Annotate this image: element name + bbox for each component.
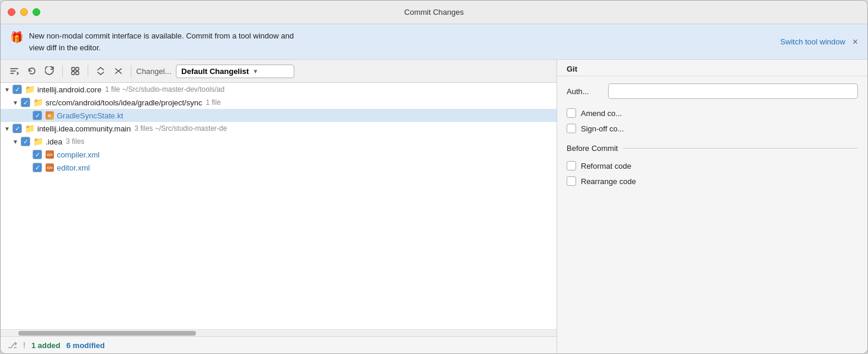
maximize-button[interactable] (33, 8, 40, 16)
window-controls (8, 8, 40, 16)
bottom-bar: ⎇ ! 1 added 6 modified (1, 336, 557, 353)
module-name: intellij.android.core (37, 85, 101, 94)
switch-tool-window-link[interactable]: Switch tool window (780, 37, 846, 46)
tree-row[interactable]: ▼ ✓ 📁 intellij.android.core 1 file ~/Src… (1, 83, 557, 96)
checkbox-editor-xml[interactable]: ✓ (33, 163, 42, 172)
tree-row[interactable]: ▼ ✓ 📁 .idea 3 files (1, 135, 557, 148)
tree-row[interactable]: ✓ </> compiler.xml (1, 148, 557, 161)
checkbox-compiler-xml[interactable]: ✓ (33, 150, 42, 159)
svg-rect-2 (72, 72, 75, 75)
gift-icon: 🎁 (10, 31, 23, 44)
before-commit-divider: Before Commit (567, 144, 858, 153)
folder-icon: 📁 (33, 137, 43, 146)
file-name: compiler.xml (57, 150, 99, 159)
git-body: Auth... Amend co... Sign-off co... Befor… (557, 76, 867, 193)
group-by-button[interactable] (67, 63, 83, 79)
path-name: src/com/android/tools/idea/gradle/projec… (46, 98, 202, 107)
chevron-down-icon: ▼ (12, 139, 21, 145)
checkbox-src-path[interactable]: ✓ (21, 98, 30, 107)
window-title: Commit Changes (404, 8, 464, 17)
banner: 🎁 New non-modal commit interface is avai… (1, 24, 867, 60)
git-branch-icon: ⎇ (8, 340, 17, 350)
svg-rect-3 (76, 72, 79, 75)
xml-file-icon: </> (45, 150, 54, 159)
changelist-name: Default Changelist (181, 67, 249, 76)
auth-label: Auth... (567, 87, 602, 96)
tree-row[interactable]: ▼ ✓ 📁 intellij.idea.community.main 3 fil… (1, 122, 557, 135)
divider-line (623, 148, 858, 149)
right-panel: Git Auth... Amend co... Sign-off co... (557, 60, 867, 353)
checkbox-idea-community[interactable]: ✓ (12, 124, 22, 133)
module-name: intellij.idea.community.main (37, 124, 131, 133)
move-to-changelist-button[interactable] (7, 63, 22, 79)
added-count: 1 added (31, 341, 60, 350)
rearrange-label: Rearrange code (581, 177, 636, 186)
folder-meta: 3 files (66, 137, 84, 146)
refresh-button[interactable] (42, 63, 57, 79)
chevron-down-icon: ▼ (4, 86, 12, 93)
signoff-checkbox[interactable] (567, 124, 576, 133)
commit-changes-window: Commit Changes 🎁 New non-modal commit in… (0, 0, 868, 354)
banner-left: 🎁 New non-modal commit interface is avai… (10, 30, 294, 53)
xml-file-icon: </> (45, 163, 54, 172)
banner-close-button[interactable]: × (853, 37, 858, 47)
auth-row: Auth... (567, 83, 858, 99)
titlebar: Commit Changes (1, 1, 867, 24)
banner-text: New non-modal commit interface is availa… (29, 30, 294, 53)
left-panel: Changel... Default Changelist ▼ ▼ ✓ 📁 in… (1, 60, 557, 353)
module-meta: 3 files ~/Src/studio-master-de (134, 124, 227, 133)
minimize-button[interactable] (20, 8, 28, 16)
modified-count: 6 modified (66, 341, 105, 350)
auth-input[interactable] (608, 83, 858, 99)
signoff-label: Sign-off co... (581, 124, 624, 133)
rearrange-checkbox[interactable] (567, 176, 576, 186)
chevron-down-icon: ▼ (4, 125, 12, 132)
before-commit-title: Before Commit (567, 144, 618, 153)
kotlin-file-icon: K (45, 111, 54, 120)
changelist-dropdown[interactable]: Default Changelist ▼ (176, 65, 294, 78)
amend-label: Amend co... (581, 109, 622, 118)
toolbar: Changel... Default Changelist ▼ (1, 60, 557, 83)
file-name: editor.xml (57, 163, 90, 172)
reformat-row: Reformat code (567, 161, 858, 170)
folder-name: .idea (46, 137, 62, 146)
horizontal-scrollbar[interactable] (1, 329, 557, 336)
scrollbar-thumb[interactable] (18, 331, 196, 336)
folder-icon: 📁 (25, 85, 35, 94)
reformat-checkbox[interactable] (567, 161, 576, 170)
svg-rect-1 (76, 67, 79, 70)
path-meta: 1 file (205, 98, 220, 107)
checkbox-android-core[interactable]: ✓ (12, 85, 22, 94)
expand-all-button[interactable] (93, 63, 108, 79)
module-meta: 1 file ~/Src/studio-master-dev/tools/ad (105, 85, 224, 94)
rollback-button[interactable] (24, 63, 40, 79)
checkbox-idea-folder[interactable]: ✓ (21, 137, 30, 146)
banner-right: Switch tool window × (780, 37, 858, 47)
dropdown-arrow-icon: ▼ (252, 68, 258, 75)
tree-row[interactable]: ✓ </> editor.xml (1, 161, 557, 174)
git-panel-header: Git (557, 60, 867, 76)
chevron-down-icon: ▼ (12, 99, 21, 106)
toolbar-separator-3 (131, 65, 131, 77)
checkbox-gradle-sync[interactable]: ✓ (33, 111, 42, 120)
changelist-prefix-label: Changel... (136, 67, 171, 76)
amend-checkbox[interactable] (567, 108, 576, 118)
amend-row: Amend co... (567, 108, 858, 118)
rearrange-row: Rearrange code (567, 176, 858, 186)
tree-row[interactable]: ✓ K GradleSyncState.kt (1, 109, 557, 122)
file-name: GradleSyncState.kt (57, 111, 123, 120)
close-button[interactable] (8, 8, 15, 16)
main-content: Changel... Default Changelist ▼ ▼ ✓ 📁 in… (1, 60, 867, 353)
folder-icon: 📁 (33, 98, 43, 107)
file-tree: ▼ ✓ 📁 intellij.android.core 1 file ~/Src… (1, 83, 557, 329)
toolbar-separator-1 (62, 65, 63, 77)
tree-row[interactable]: ▼ ✓ 📁 src/com/android/tools/idea/gradle/… (1, 96, 557, 109)
warning-icon: ! (23, 340, 25, 350)
signoff-row: Sign-off co... (567, 124, 858, 133)
svg-rect-0 (72, 67, 75, 70)
toolbar-separator-2 (88, 65, 88, 77)
folder-icon: 📁 (25, 124, 35, 133)
reformat-label: Reformat code (581, 162, 631, 170)
collapse-all-button[interactable] (111, 63, 126, 79)
